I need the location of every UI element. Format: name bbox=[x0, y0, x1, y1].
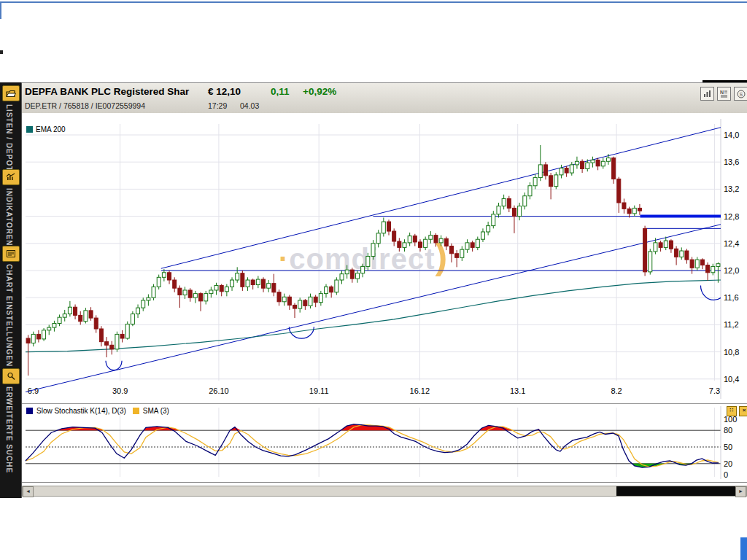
quote-button[interactable]: S bbox=[734, 87, 747, 101]
svg-text:N: N bbox=[720, 90, 724, 95]
ema-legend-swatch bbox=[26, 126, 33, 133]
folder-icon bbox=[6, 90, 16, 98]
svg-text:12,8: 12,8 bbox=[724, 212, 739, 221]
svg-text:11,6: 11,6 bbox=[724, 293, 739, 302]
sidebar-item-chart-einstellungen-button[interactable] bbox=[2, 246, 20, 262]
stoch-close-button[interactable]: × bbox=[739, 406, 747, 416]
screen: DEPFA BANK PLC Registered Shar € 12,10 0… bbox=[0, 0, 747, 560]
sidebar-item-indikatoren[interactable]: INDIKATOREN bbox=[5, 188, 13, 246]
panel-divider bbox=[22, 403, 747, 404]
magnifier-icon bbox=[7, 372, 16, 381]
svg-text:0: 0 bbox=[724, 470, 728, 479]
candlestick-chart-canvas[interactable]: 14,013,613,212,812,412,011,611,210,810,4… bbox=[22, 113, 747, 405]
quote-time: 17:29 bbox=[208, 101, 227, 110]
header-icon-bar: N S bbox=[700, 87, 747, 101]
panel-bottom-border bbox=[22, 482, 747, 483]
top-left-edge bbox=[0, 1, 1, 19]
sidebar: LISTEN / DEPOT INDIKATOREN CHART EINSTEL… bbox=[0, 82, 22, 498]
chart-type-button[interactable] bbox=[700, 87, 714, 101]
chart-settings-icon bbox=[6, 249, 16, 258]
svg-text:80: 80 bbox=[724, 426, 732, 435]
bar-chart-icon bbox=[703, 90, 711, 98]
stoch-sma-legend-label: SMA (3) bbox=[143, 407, 169, 415]
stock-change-pct: +0,92% bbox=[303, 86, 336, 97]
svg-text:13,6: 13,6 bbox=[724, 158, 739, 166]
svg-text:20: 20 bbox=[724, 459, 732, 468]
svg-text:11,2: 11,2 bbox=[724, 320, 739, 329]
svg-text:13.1: 13.1 bbox=[510, 386, 525, 395]
quote-date: 04.03 bbox=[240, 101, 259, 110]
stochastic-legend: Slow Stochastik K(14), D(3) SMA (3) bbox=[26, 407, 169, 415]
svg-text:19.11: 19.11 bbox=[309, 386, 329, 395]
svg-text:10,8: 10,8 bbox=[724, 348, 739, 357]
svg-text:26.10: 26.10 bbox=[209, 386, 229, 395]
stray-mark bbox=[0, 50, 3, 54]
svg-text:12,4: 12,4 bbox=[724, 239, 739, 248]
sidebar-item-chart-einstellungen[interactable]: CHART EINSTELLUNGEN bbox=[5, 264, 13, 367]
indicators-icon bbox=[6, 173, 16, 182]
scroll-right-button[interactable]: ► bbox=[735, 486, 746, 497]
svg-text:12,0: 12,0 bbox=[724, 266, 739, 275]
svg-text:13,2: 13,2 bbox=[724, 184, 739, 193]
quote-header: DEPFA BANK PLC Registered Shar € 12,10 0… bbox=[21, 82, 747, 114]
news-icon: N bbox=[720, 90, 728, 98]
sidebar-item-listen-depot[interactable]: LISTEN / DEPOT bbox=[5, 104, 13, 171]
svg-text:50: 50 bbox=[724, 443, 732, 451]
bottom-right-edge bbox=[740, 537, 747, 560]
stoch-button-group: ∷ × bbox=[727, 406, 747, 416]
h-scrollbar[interactable]: ◄ ► bbox=[22, 486, 747, 497]
stock-change-abs: 0,11 bbox=[271, 86, 290, 97]
news-button[interactable]: N bbox=[717, 87, 731, 101]
svg-text:10,4: 10,4 bbox=[724, 375, 739, 384]
stoch-k-legend-swatch bbox=[26, 408, 33, 414]
svg-text:S: S bbox=[739, 91, 743, 96]
sidebar-item-erweiterte-suche[interactable]: ERWEITERTE SUCHE bbox=[5, 386, 13, 473]
svg-text:8.2: 8.2 bbox=[611, 386, 622, 395]
sidebar-item-indikatoren-button[interactable] bbox=[2, 169, 20, 185]
stock-price: € 12,10 bbox=[208, 86, 241, 97]
stock-symbol-line: DEP.ETR / 765818 / IE0072559994 bbox=[25, 101, 145, 110]
main-chart[interactable]: 14,013,613,212,812,412,011,611,210,810,4… bbox=[22, 113, 747, 405]
svg-text:7.3: 7.3 bbox=[709, 386, 720, 395]
scroll-left-button[interactable]: ◄ bbox=[23, 486, 34, 497]
svg-text:14,0: 14,0 bbox=[724, 131, 739, 139]
stoch-k-legend-label: Slow Stochastik K(14), D(3) bbox=[36, 407, 126, 415]
ema-legend: EMA 200 bbox=[26, 125, 66, 133]
svg-text:16.12: 16.12 bbox=[410, 386, 430, 395]
stoch-sma-legend-swatch bbox=[133, 408, 139, 414]
quote-circle-icon: S bbox=[737, 90, 746, 98]
stoch-settings-button[interactable]: ∷ bbox=[727, 406, 737, 416]
sidebar-item-listen-depot-button[interactable] bbox=[2, 85, 20, 101]
sidebar-item-erweiterte-suche-button[interactable] bbox=[2, 368, 20, 384]
svg-text:30.9: 30.9 bbox=[112, 386, 128, 395]
scroll-thumb[interactable] bbox=[616, 486, 738, 496]
stochastic-chart-canvas[interactable]: 1008050200 bbox=[22, 405, 747, 482]
stochastic-panel[interactable]: 1008050200 bbox=[22, 405, 747, 482]
ema-legend-label: EMA 200 bbox=[36, 125, 66, 133]
stock-title: DEPFA BANK PLC Registered Shar bbox=[25, 86, 189, 97]
top-border-line bbox=[0, 1, 747, 3]
